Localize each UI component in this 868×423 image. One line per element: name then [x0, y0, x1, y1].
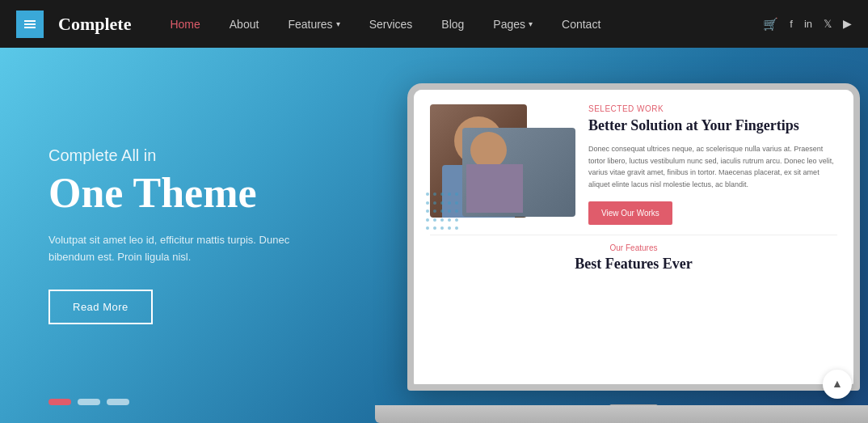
screen-images [430, 104, 575, 225]
facebook-icon[interactable]: f [790, 18, 793, 30]
laptop-screen-frame: Selected Work Better Solution at Your Fi… [407, 83, 860, 391]
hero-read-more-button[interactable]: Read More [48, 290, 153, 324]
screen-paragraph: Donec consequat ultrices neque, ac scele… [588, 143, 837, 190]
slider-dot-2[interactable] [78, 399, 100, 405]
slider-dots [48, 399, 129, 405]
youtube-icon[interactable]: ▶ [843, 17, 852, 31]
nav-dropdown-button[interactable] [16, 11, 44, 38]
nav-link-services[interactable]: Services [355, 18, 428, 31]
scroll-to-top-button[interactable]: ▲ [823, 370, 852, 399]
nav-link-contact[interactable]: Contact [547, 18, 615, 31]
nav-link-home[interactable]: Home [155, 18, 214, 31]
hero-subtitle: Complete All in [48, 146, 307, 165]
person2-image [462, 128, 575, 217]
screen-heading: Better Solution at Your Fingertips [588, 116, 837, 135]
nav-link-about[interactable]: About [215, 18, 274, 31]
features-heading: Best Features Ever [430, 256, 837, 273]
twitter-icon[interactable]: 𝕏 [824, 18, 832, 31]
laptop-outer: Selected Work Better Solution at Your Fi… [375, 83, 868, 423]
screen-top-section: Selected Work Better Solution at Your Fi… [430, 104, 837, 225]
svg-rect-0 [24, 20, 36, 22]
decorative-dots [426, 192, 466, 233]
brand-logo[interactable]: Complete [58, 14, 131, 35]
svg-rect-2 [24, 27, 36, 28]
view-works-button[interactable]: View Our Works [588, 201, 672, 225]
linkedin-icon[interactable]: in [804, 18, 812, 30]
hero-title: One Theme [48, 170, 307, 216]
slider-dot-1[interactable] [48, 399, 71, 405]
nav-social-icons: 🛒 f in 𝕏 ▶ [763, 17, 852, 32]
screen-bottom-section: Our Features Best Features Ever [430, 235, 837, 273]
hero-section: Complete All in One Theme Volutpat sit a… [0, 48, 868, 423]
features-label: Our Features [430, 243, 837, 252]
pages-chevron-icon: ▾ [529, 19, 533, 28]
features-chevron-icon: ▾ [336, 19, 340, 28]
screen-content: Selected Work Better Solution at Your Fi… [414, 90, 853, 384]
laptop-mockup: Selected Work Better Solution at Your Fi… [375, 51, 868, 423]
laptop-screen-inner: Selected Work Better Solution at Your Fi… [414, 90, 853, 384]
chevron-up-icon: ▲ [832, 378, 843, 391]
laptop-base [375, 405, 868, 423]
selected-work-label: Selected Work [588, 104, 837, 113]
screen-text-section: Selected Work Better Solution at Your Fi… [588, 104, 837, 225]
hero-description: Volutpat sit amet leo id, efficitur matt… [48, 232, 307, 266]
nav-link-pages[interactable]: Pages ▾ [478, 18, 547, 31]
nav-link-features[interactable]: Features ▾ [273, 18, 354, 31]
navbar: Complete Home About Features ▾ Services … [0, 0, 868, 48]
nav-links: Home About Features ▾ Services Blog Page… [155, 18, 763, 31]
slider-dot-3[interactable] [107, 399, 129, 405]
hero-content: Complete All in One Theme Volutpat sit a… [0, 146, 356, 325]
svg-rect-1 [24, 23, 36, 25]
nav-link-blog[interactable]: Blog [427, 18, 478, 31]
cart-icon[interactable]: 🛒 [763, 17, 778, 32]
